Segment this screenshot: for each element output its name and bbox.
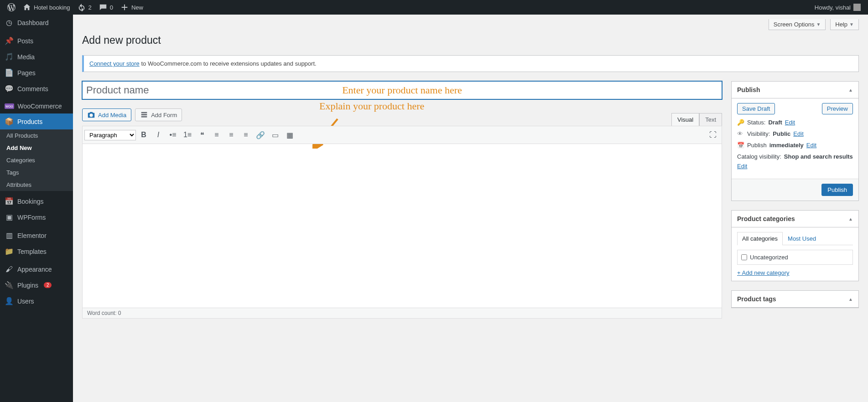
blockquote-button[interactable]: ❝: [195, 128, 209, 142]
add-form-button[interactable]: Add Form: [135, 108, 182, 121]
visibility-row: 👁 Visibility: Public Edit: [737, 130, 853, 137]
align-left-button[interactable]: ≡: [210, 128, 223, 142]
submenu-all-products[interactable]: All Products: [0, 129, 73, 142]
comment-icon: [99, 3, 107, 11]
add-media-button[interactable]: Add Media: [82, 108, 131, 121]
menu-posts[interactable]: 📌Posts: [0, 33, 73, 49]
align-right-button[interactable]: ≡: [239, 128, 253, 142]
edit-status-link[interactable]: Edit: [785, 119, 795, 126]
dashboard-icon: ◷: [5, 18, 14, 27]
product-name-input[interactable]: [82, 81, 722, 99]
admin-menu: ◷Dashboard 📌Posts 🎵Media 📄Pages 💬Comment…: [0, 15, 73, 337]
link-button[interactable]: 🔗: [254, 128, 267, 142]
edit-visibility-link[interactable]: Edit: [793, 130, 803, 137]
help-button[interactable]: Help ▼: [830, 19, 859, 30]
quote-icon: ❝: [200, 131, 204, 139]
menu-plugins[interactable]: 🔌Plugins2: [0, 277, 73, 293]
update-icon: [78, 3, 86, 11]
edit-catalog-link[interactable]: Edit: [737, 163, 747, 170]
italic-button[interactable]: I: [151, 128, 165, 142]
italic-icon: I: [157, 131, 159, 139]
submenu-attributes[interactable]: Attributes: [0, 179, 73, 191]
screen-options-button[interactable]: Screen Options ▼: [769, 19, 826, 30]
menu-products[interactable]: 📦Products: [0, 113, 73, 129]
ol-icon: 1≡: [183, 131, 192, 139]
tab-all-categories[interactable]: All categories: [737, 232, 783, 245]
tab-most-used[interactable]: Most Used: [783, 232, 821, 245]
form-icon: [140, 111, 148, 119]
product-icon: 📦: [5, 117, 14, 126]
camera-icon: [87, 111, 95, 119]
site-name-label: Hotel booking: [34, 4, 70, 11]
add-new-category-link[interactable]: + Add new category: [737, 269, 790, 276]
menu-woocommerce[interactable]: wooWooCommerce: [0, 99, 73, 113]
status-row: 🔑 Status: Draft Edit: [737, 119, 853, 126]
menu-users[interactable]: 👤Users: [0, 293, 73, 309]
woo-icon: woo: [5, 103, 14, 109]
menu-elementor[interactable]: ▥Elementor: [0, 227, 73, 243]
numbered-list-button[interactable]: 1≡: [181, 128, 194, 142]
form-icon: ▣: [5, 213, 14, 222]
wordpress-icon: [7, 3, 16, 11]
editor-toolbar: Paragraph B I •≡ 1≡ ❝ ≡ ≡ ≡ 🔗 ▭ ▦ ⛶: [82, 126, 722, 144]
editor-tab-text[interactable]: Text: [699, 113, 722, 126]
wp-logo[interactable]: [4, 0, 19, 15]
pin-icon: 📌: [5, 36, 14, 45]
align-right-icon: ≡: [244, 131, 248, 139]
plugins-badge: 2: [44, 282, 52, 288]
submenu-add-new[interactable]: Add New: [0, 142, 73, 154]
eye-icon: 👁: [737, 130, 744, 137]
uncategorized-checkbox[interactable]: [741, 254, 747, 260]
publish-button[interactable]: Publish: [821, 184, 853, 196]
menu-wpforms[interactable]: ▣WPForms: [0, 209, 73, 225]
editor-box: Explain your product here Add Media Add …: [82, 108, 722, 319]
plus-icon: [120, 3, 129, 11]
menu-dashboard[interactable]: ◷Dashboard: [0, 15, 73, 31]
chevron-down-icon: ▼: [849, 22, 854, 27]
publish-box-header[interactable]: Publish▲: [732, 82, 858, 98]
submenu-categories[interactable]: Categories: [0, 154, 73, 166]
format-select[interactable]: Paragraph: [84, 130, 136, 140]
save-draft-button[interactable]: Save Draft: [737, 103, 775, 114]
new-link[interactable]: New: [117, 0, 147, 15]
link-icon: 🔗: [256, 131, 265, 139]
chevron-down-icon: ▼: [816, 22, 821, 27]
updates-link[interactable]: 2: [74, 0, 95, 15]
account-link[interactable]: Howdy, vishal: [811, 0, 864, 15]
menu-pages[interactable]: 📄Pages: [0, 65, 73, 81]
page-icon: 📄: [5, 68, 14, 77]
align-center-button[interactable]: ≡: [224, 128, 238, 142]
editor-tab-visual[interactable]: Visual: [671, 113, 699, 126]
kitchen-sink-icon: ▦: [286, 131, 293, 139]
fullscreen-button[interactable]: ⛶: [706, 128, 720, 142]
menu-media[interactable]: 🎵Media: [0, 49, 73, 65]
site-name-link[interactable]: Hotel booking: [19, 0, 74, 15]
align-left-icon: ≡: [214, 131, 218, 139]
menu-comments[interactable]: 💬Comments: [0, 81, 73, 97]
brush-icon: 🖌: [5, 265, 14, 273]
menu-bookings[interactable]: 📅Bookings: [0, 193, 73, 209]
bulleted-list-button[interactable]: •≡: [166, 128, 180, 142]
avatar: [853, 4, 861, 11]
menu-appearance[interactable]: 🖌Appearance: [0, 262, 73, 277]
edit-date-link[interactable]: Edit: [806, 142, 816, 149]
key-icon: 🔑: [737, 119, 744, 126]
calendar-icon: 📅: [737, 142, 744, 149]
comments-link[interactable]: 0: [95, 0, 117, 15]
preview-button[interactable]: Preview: [822, 103, 853, 114]
bold-button[interactable]: B: [137, 128, 151, 142]
menu-templates[interactable]: 📁Templates: [0, 243, 73, 259]
category-uncategorized[interactable]: Uncategorized: [741, 254, 849, 261]
categories-box-header[interactable]: Product categories▲: [732, 211, 858, 227]
submenu-tags[interactable]: Tags: [0, 166, 73, 179]
connect-store-link[interactable]: Connect your store: [89, 60, 140, 67]
calendar-icon: 📅: [5, 197, 14, 206]
editor-content[interactable]: [82, 144, 722, 308]
tags-box-header[interactable]: Product tags▲: [732, 291, 858, 308]
toolbar-toggle-button[interactable]: ▦: [283, 128, 296, 142]
readmore-button[interactable]: ▭: [268, 128, 282, 142]
align-center-icon: ≡: [229, 131, 233, 139]
readmore-icon: ▭: [272, 131, 279, 139]
howdy-label: Howdy, vishal: [815, 4, 851, 11]
publish-date-row: 📅 Publish immediately Edit: [737, 142, 853, 149]
